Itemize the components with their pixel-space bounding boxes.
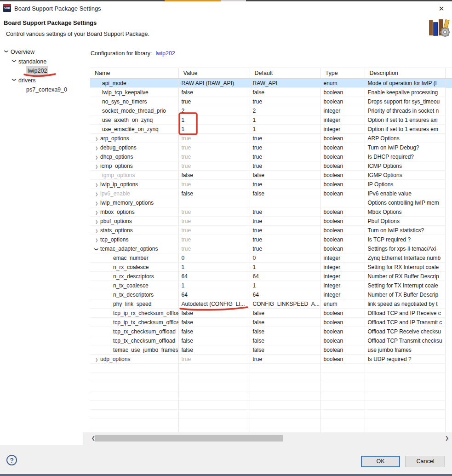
param-type-cell: enum (320, 79, 365, 88)
row-spacer-cell (445, 235, 452, 244)
title-bar: SDK Board Support Package Settings ✕ (0, 1, 452, 14)
param-default-cell: 1 (250, 125, 320, 134)
row-spacer-cell (445, 207, 452, 217)
param-name-cell: ❯pbuf_options (90, 217, 178, 226)
table-row-tcp_rx_checksum_offload[interactable]: tcp_rx_checksum_offloadfalsefalseboolean… (90, 327, 452, 336)
scroll-right-icon[interactable]: ❯ (444, 435, 450, 442)
table-row-lwip_memory_options[interactable]: ❯lwip_memory_optionsOptions controlling … (90, 198, 452, 207)
param-name-cell: api_mode (90, 79, 178, 88)
tree-item-ps7_cortexa9_0[interactable]: ps7_cortexa9_0 (0, 85, 83, 95)
page-subtitle: Control various settings of your Board S… (6, 31, 149, 37)
param-type-cell: boolean (320, 217, 365, 226)
table-row-temac_adapter_options[interactable]: ❯temac_adapter_optionstruetruebooleanSet… (90, 244, 452, 253)
table-row-udp_options[interactable]: ❯udp_optionstruetruebooleanIs UDP requir… (90, 355, 452, 364)
chevron-down-icon[interactable]: ❯ (94, 247, 99, 252)
param-default-cell: true (250, 180, 320, 189)
empty-cell (320, 382, 365, 391)
column-header-value[interactable]: Value (178, 68, 250, 79)
param-name-label: tcp_tx_checksum_offload (93, 338, 175, 344)
row-spacer-cell (445, 309, 452, 318)
row-spacer-cell (445, 336, 452, 345)
param-name-cell: tcp_ip_tx_checksum_offload (90, 318, 178, 327)
table-row-tcp_tx_checksum_offload[interactable]: tcp_tx_checksum_offloadfalsefalseboolean… (90, 336, 452, 345)
table-row-debug_options[interactable]: ❯debug_optionstruetruebooleanTurn on lwI… (90, 143, 452, 152)
table-row-ipv6_enable[interactable]: ❯ipv6_enablefalsefalsebooleanIPv6 enable… (90, 189, 452, 198)
chevron-right-icon[interactable]: ❯ (93, 238, 100, 242)
chevron-right-icon[interactable]: ❯ (93, 183, 100, 187)
table-row-n_rx_coalesce[interactable]: n_rx_coalesce11integerSetting for RX Int… (90, 263, 452, 272)
tree-item-lwip202[interactable]: lwip202 (0, 66, 83, 76)
dialog-footer: ? OK Cancel (0, 445, 452, 474)
param-type-cell: boolean (320, 207, 365, 217)
table-row-lwip_tcp_keepalive[interactable]: lwip_tcp_keepalivefalsefalsebooleanEnabl… (90, 88, 452, 97)
param-value-cell: true (178, 355, 250, 364)
table-row-tcp_options[interactable]: ❯tcp_optionstruetruebooleanIs TCP requir… (90, 235, 452, 244)
help-icon[interactable]: ? (6, 455, 17, 465)
table-row-mbox_options[interactable]: ❯mbox_optionstruetruebooleanMbox Options (90, 207, 452, 217)
table-row-n_tx_coalesce[interactable]: n_tx_coalesce11integerSetting for TX Int… (90, 281, 452, 290)
table-row-igmp_options[interactable]: igmp_optionsfalsefalsebooleanIGMP Option… (90, 171, 452, 180)
table-row-n_rx_descriptors[interactable]: n_rx_descriptors6464integerNumber of RX … (90, 272, 452, 281)
chevron-right-icon[interactable]: ❯ (93, 357, 100, 362)
chevron-down-icon[interactable]: ❯ (9, 78, 19, 83)
table-row-phy_link_speed[interactable]: phy_link_speedAutodetect (CONFIG_LI...CO… (90, 299, 452, 309)
chevron-right-icon[interactable]: ❯ (93, 210, 100, 215)
param-type-cell: boolean (320, 88, 365, 97)
chevron-right-icon[interactable]: ❯ (93, 164, 100, 169)
table-row-n_tx_descriptors[interactable]: n_tx_descriptors6464integerNumber of TX … (90, 290, 452, 299)
table-row-emac_number[interactable]: emac_number00integerZynq Ethernet Interf… (90, 253, 452, 263)
column-header-description[interactable]: Description (365, 68, 445, 79)
table-row-dhcp_options[interactable]: ❯dhcp_optionstruetruebooleanIs DHCP requ… (90, 152, 452, 161)
param-value-cell: 0 (178, 253, 250, 263)
cancel-button[interactable]: Cancel (406, 456, 445, 467)
chevron-right-icon[interactable]: ❯ (93, 201, 100, 206)
param-type-cell: integer (320, 290, 365, 299)
chevron-right-icon[interactable]: ❯ (93, 192, 100, 196)
param-name-cell: ❯lwip_memory_options (90, 198, 178, 207)
param-value-cell: true (178, 97, 250, 106)
param-default-cell: false (250, 171, 320, 180)
param-value-cell: true (178, 180, 250, 189)
param-default-cell: true (250, 355, 320, 364)
param-name-cell: ❯lwip_ip_options (90, 180, 178, 189)
close-icon[interactable]: ✕ (436, 4, 446, 14)
chevron-right-icon[interactable]: ❯ (93, 155, 100, 160)
param-value-cell: 1 (178, 263, 250, 272)
chevron-right-icon[interactable]: ❯ (93, 137, 100, 141)
param-name-label: use_emaclite_on_zynq (93, 126, 159, 132)
table-row-tcp_ip_rx_checksum_offload[interactable]: tcp_ip_rx_checksum_offloadfalsefalsebool… (90, 309, 452, 318)
ok-button[interactable]: OK (361, 456, 400, 467)
table-row-use_emaclite_on_zynq[interactable]: use_emaclite_on_zynq11integerOption if s… (90, 125, 452, 134)
table-row-socket_mode_thread_prio[interactable]: socket_mode_thread_prio22integerPriority… (90, 106, 452, 115)
library-link[interactable]: lwip202 (155, 50, 175, 57)
tree-item-Overview[interactable]: ❯Overview (0, 47, 83, 57)
table-row-no_sys_no_timers[interactable]: no_sys_no_timerstruetruebooleanDrops sup… (90, 97, 452, 106)
table-row-tcp_ip_tx_checksum_offload[interactable]: tcp_ip_tx_checksum_offloadfalsefalsebool… (90, 318, 452, 327)
column-header-default[interactable]: Default (250, 68, 320, 79)
scrollbar-thumb[interactable] (95, 435, 283, 442)
table-row-temac_use_jumbo_frames[interactable]: temac_use_jumbo_framesfalsefalsebooleanu… (90, 345, 452, 355)
param-default-cell: RAW_API (250, 79, 320, 88)
column-header-type[interactable]: Type (320, 68, 365, 79)
chevron-down-icon[interactable]: ❯ (1, 50, 11, 55)
table-row-lwip_ip_options[interactable]: ❯lwip_ip_optionstruetruebooleanIP Option… (90, 180, 452, 189)
empty-cell (250, 364, 320, 373)
table-row-pbuf_options[interactable]: ❯pbuf_optionstruetruebooleanPbuf Options (90, 217, 452, 226)
chevron-right-icon[interactable]: ❯ (93, 146, 100, 150)
horizontal-scrollbar[interactable]: ❮ ❯ (90, 435, 450, 442)
chevron-down-icon[interactable]: ❯ (9, 59, 19, 64)
chevron-right-icon[interactable]: ❯ (93, 229, 100, 233)
empty-cell (365, 364, 445, 373)
tree-item-label: standalone (18, 57, 46, 67)
tree-item-standalone[interactable]: ❯standalone (0, 57, 83, 67)
chevron-right-icon[interactable]: ❯ (93, 219, 100, 224)
empty-cell (445, 391, 452, 401)
param-description-cell: Number of TX Buffer Descrip (365, 290, 445, 299)
table-row-arp_options[interactable]: ❯arp_optionstruetruebooleanARP Options (90, 134, 452, 143)
table-row-stats_options[interactable]: ❯stats_optionstruetruebooleanTurn on lwI… (90, 226, 452, 235)
table-row-api_mode[interactable]: api_modeRAW API (RAW_API)RAW_APIenumMode… (90, 79, 452, 88)
table-row-icmp_options[interactable]: ❯icmp_optionstruetruebooleanICMP Options (90, 161, 452, 171)
tree-item-drivers[interactable]: ❯drivers (0, 76, 83, 86)
column-header-name[interactable]: Name (90, 68, 178, 79)
table-row-use_axieth_on_zynq[interactable]: use_axieth_on_zynq11integerOption if set… (90, 115, 452, 125)
